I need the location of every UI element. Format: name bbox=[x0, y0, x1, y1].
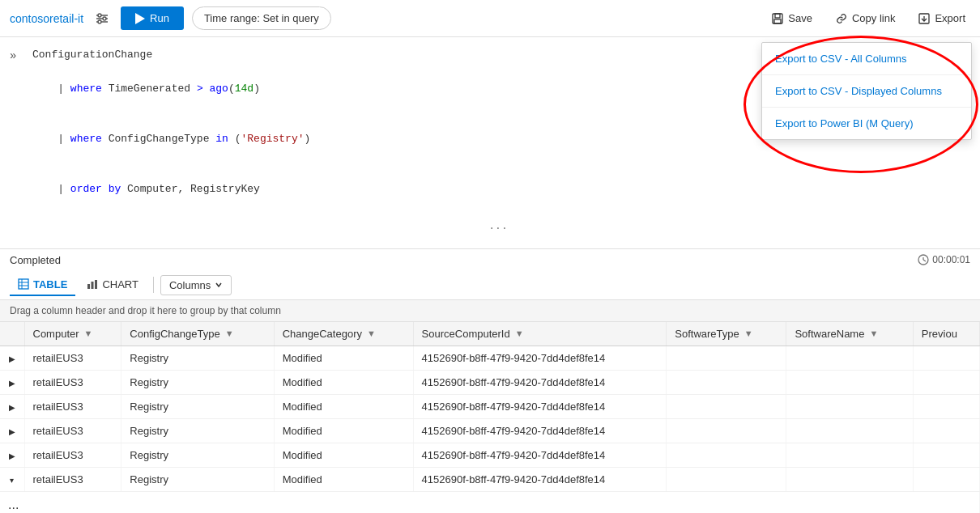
save-button[interactable]: Save bbox=[766, 9, 817, 28]
cell-sourcecomputerid-4: 4152690f-b8ff-47f9-9420-7dd4def8fe14 bbox=[413, 443, 667, 467]
cell-previous-2 bbox=[913, 394, 979, 418]
play-icon bbox=[135, 13, 145, 24]
view-tabs: TABLE CHART Columns bbox=[0, 271, 980, 300]
copy-link-button[interactable]: Copy link bbox=[830, 9, 900, 28]
row-expand-2[interactable]: ▶ bbox=[0, 394, 24, 418]
table-row: ▶ retailEUS3 Registry Modified 4152690f-… bbox=[0, 443, 980, 467]
filter-softwarename-icon[interactable]: ▼ bbox=[869, 329, 878, 338]
columns-button[interactable]: Columns bbox=[160, 275, 232, 295]
cell-changecategory-1: Modified bbox=[274, 370, 413, 394]
time-display: 00:00:01 bbox=[918, 254, 970, 265]
row-expand-1[interactable]: ▶ bbox=[0, 370, 24, 394]
cell-softwaretype-0 bbox=[667, 346, 786, 370]
expand-query-icon[interactable]: » bbox=[10, 47, 16, 65]
cell-changecategory-4: Modified bbox=[274, 443, 413, 467]
cell-computer-1: retailEUS3 bbox=[24, 370, 121, 394]
cell-changecategory-0: Modified bbox=[274, 346, 413, 370]
tab-chart[interactable]: CHART bbox=[79, 274, 147, 296]
cell-configchangetype-3: Registry bbox=[121, 418, 274, 443]
col-header-previous[interactable]: Previou bbox=[913, 322, 979, 346]
cell-computer-4: retailEUS3 bbox=[24, 443, 121, 467]
cell-softwaretype-4 bbox=[667, 443, 786, 467]
cell-softwarename-1 bbox=[786, 370, 913, 394]
export-dropdown: Export to CSV - All Columns Export to CS… bbox=[761, 42, 972, 140]
col-header-softwarename[interactable]: SoftwareName ▼ bbox=[786, 322, 913, 346]
export-button[interactable]: Export bbox=[913, 9, 970, 28]
cell-softwaretype-1 bbox=[667, 370, 786, 394]
cell-sourcecomputerid-5: 4152690f-b8ff-47f9-9420-7dd4def8fe14 bbox=[413, 467, 667, 491]
chart-icon bbox=[87, 278, 98, 290]
cell-softwarename-0 bbox=[786, 346, 913, 370]
row-expand-3[interactable]: ▶ bbox=[0, 418, 24, 443]
cell-changecategory-3: Modified bbox=[274, 418, 413, 443]
row-ellipsis: ... bbox=[0, 491, 980, 513]
svg-rect-8 bbox=[775, 14, 780, 18]
cell-previous-3 bbox=[913, 418, 979, 443]
cell-changecategory-2: Modified bbox=[274, 394, 413, 418]
cell-softwaretype-3 bbox=[667, 418, 786, 443]
tab-divider bbox=[153, 277, 154, 293]
clock-icon bbox=[918, 254, 929, 265]
col-header-computer[interactable]: Computer ▼ bbox=[24, 322, 121, 346]
workspace-link[interactable]: contosoretail-it bbox=[10, 12, 83, 25]
cell-softwarename-2 bbox=[786, 394, 913, 418]
status-bar: Completed 00:00:01 bbox=[0, 249, 980, 271]
filter-softwaretype-icon[interactable]: ▼ bbox=[744, 329, 753, 338]
top-bar: contosoretail-it Run Time range: Set in … bbox=[0, 0, 980, 37]
col-header-changecategory[interactable]: ChangeCategory ▼ bbox=[274, 322, 413, 346]
tab-table[interactable]: TABLE bbox=[10, 274, 75, 296]
row-expand-0[interactable]: ▶ bbox=[0, 346, 24, 370]
export-csv-all-button[interactable]: Export to CSV - All Columns bbox=[762, 43, 971, 75]
cell-previous-5 bbox=[913, 467, 979, 491]
filter-computer-icon[interactable]: ▼ bbox=[84, 329, 93, 338]
cell-sourcecomputerid-3: 4152690f-b8ff-47f9-9420-7dd4def8fe14 bbox=[413, 418, 667, 443]
row-expand-4[interactable]: ▶ bbox=[0, 443, 24, 467]
table-row: ▶ retailEUS3 Registry Modified 4152690f-… bbox=[0, 394, 980, 418]
cell-computer-5: retailEUS3 bbox=[24, 467, 121, 491]
table-icon bbox=[18, 278, 29, 290]
cell-configchangetype-1: Registry bbox=[121, 370, 274, 394]
status-text: Completed bbox=[10, 254, 61, 266]
svg-point-4 bbox=[103, 17, 106, 20]
svg-line-14 bbox=[923, 260, 926, 261]
cell-sourcecomputerid-1: 4152690f-b8ff-47f9-9420-7dd4def8fe14 bbox=[413, 370, 667, 394]
query-line-4: | order by Computer, RegistryKey bbox=[32, 165, 964, 215]
cell-computer-3: retailEUS3 bbox=[24, 418, 121, 443]
ellipsis-row: ... bbox=[0, 491, 980, 513]
filter-changecategory-icon[interactable]: ▼ bbox=[367, 329, 376, 338]
export-csv-displayed-button[interactable]: Export to CSV - Displayed Columns bbox=[762, 75, 971, 108]
filter-settings-button[interactable] bbox=[92, 8, 113, 29]
export-icon bbox=[918, 12, 931, 25]
svg-point-3 bbox=[98, 14, 101, 17]
svg-point-5 bbox=[98, 20, 101, 23]
svg-rect-9 bbox=[774, 19, 781, 23]
row-expand-5[interactable]: ▾ bbox=[0, 467, 24, 491]
toolbar-actions: Save Copy link Export bbox=[766, 9, 970, 28]
drag-hint: Drag a column header and drop it here to… bbox=[0, 300, 980, 322]
table-header-row: Computer ▼ ConfigChangeType ▼ ChangeCate… bbox=[0, 322, 980, 346]
run-button[interactable]: Run bbox=[121, 6, 184, 30]
cell-previous-0 bbox=[913, 346, 979, 370]
time-range-button[interactable]: Time range: Set in query bbox=[192, 6, 331, 30]
svg-marker-6 bbox=[135, 13, 145, 24]
filter-sourcecomputerid-icon[interactable]: ▼ bbox=[515, 329, 524, 338]
table-row: ▶ retailEUS3 Registry Modified 4152690f-… bbox=[0, 418, 980, 443]
col-header-configchangetype[interactable]: ConfigChangeType ▼ bbox=[121, 322, 274, 346]
chevron-down-icon bbox=[215, 281, 223, 289]
cell-softwaretype-2 bbox=[667, 394, 786, 418]
export-power-bi-button[interactable]: Export to Power BI (M Query) bbox=[762, 108, 971, 139]
cell-sourcecomputerid-2: 4152690f-b8ff-47f9-9420-7dd4def8fe14 bbox=[413, 394, 667, 418]
cell-previous-4 bbox=[913, 443, 979, 467]
filter-configchangetype-icon[interactable]: ▼ bbox=[225, 329, 234, 338]
cell-softwarename-4 bbox=[786, 443, 913, 467]
cell-sourcecomputerid-0: 4152690f-b8ff-47f9-9420-7dd4def8fe14 bbox=[413, 346, 667, 370]
svg-rect-19 bbox=[87, 284, 90, 289]
results-table-container[interactable]: Computer ▼ ConfigChangeType ▼ ChangeCate… bbox=[0, 322, 980, 513]
cell-computer-0: retailEUS3 bbox=[24, 346, 121, 370]
results-table: Computer ▼ ConfigChangeType ▼ ChangeCate… bbox=[0, 322, 980, 513]
col-header-softwaretype[interactable]: SoftwareType ▼ bbox=[667, 322, 786, 346]
cell-configchangetype-4: Registry bbox=[121, 443, 274, 467]
save-icon bbox=[771, 12, 784, 25]
svg-rect-15 bbox=[19, 279, 28, 289]
col-header-sourcecomputerid[interactable]: SourceComputerId ▼ bbox=[413, 322, 667, 346]
